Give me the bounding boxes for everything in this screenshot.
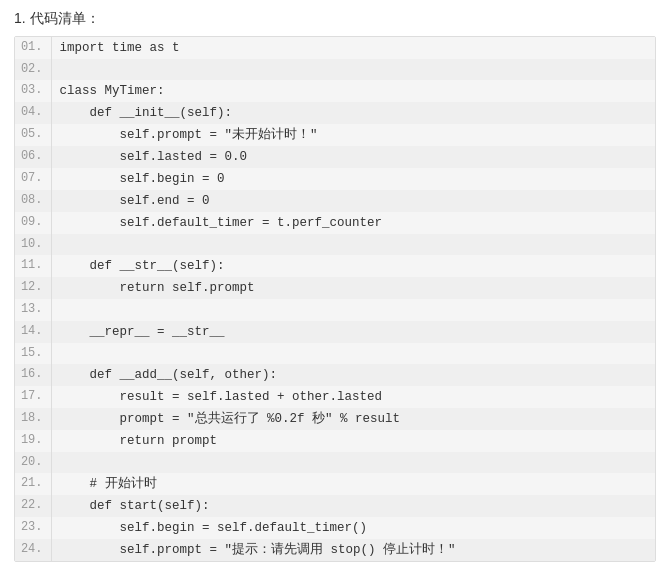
line-code: def start(self): — [51, 495, 655, 517]
line-code: self.prompt = "未开始计时！" — [51, 124, 655, 146]
line-code — [51, 299, 655, 320]
line-number: 23. — [15, 517, 51, 539]
line-number: 21. — [15, 473, 51, 495]
table-row: 10. — [15, 234, 655, 255]
line-number: 04. — [15, 102, 51, 124]
line-number: 13. — [15, 299, 51, 320]
line-number: 01. — [15, 37, 51, 59]
table-row: 09. self.default_timer = t.perf_counter — [15, 212, 655, 234]
line-code: self.begin = self.default_timer() — [51, 517, 655, 539]
line-code: def __init__(self): — [51, 102, 655, 124]
line-code: result = self.lasted + other.lasted — [51, 386, 655, 408]
line-code: class MyTimer: — [51, 80, 655, 102]
table-row: 20. — [15, 452, 655, 473]
table-row: 13. — [15, 299, 655, 320]
table-row: 01.import time as t — [15, 37, 655, 59]
line-number: 03. — [15, 80, 51, 102]
line-code: self.end = 0 — [51, 190, 655, 212]
line-code — [51, 452, 655, 473]
line-number: 09. — [15, 212, 51, 234]
line-code: return self.prompt — [51, 277, 655, 299]
table-row: 23. self.begin = self.default_timer() — [15, 517, 655, 539]
line-code: self.lasted = 0.0 — [51, 146, 655, 168]
table-row: 03.class MyTimer: — [15, 80, 655, 102]
line-code — [51, 234, 655, 255]
line-code: import time as t — [51, 37, 655, 59]
line-number: 17. — [15, 386, 51, 408]
table-row: 11. def __str__(self): — [15, 255, 655, 277]
code-container: 01.import time as t02.03.class MyTimer:0… — [14, 36, 656, 562]
table-row: 16. def __add__(self, other): — [15, 364, 655, 386]
line-code: def __add__(self, other): — [51, 364, 655, 386]
table-row: 02. — [15, 59, 655, 80]
table-row: 18. prompt = "总共运行了 %0.2f 秒" % result — [15, 408, 655, 430]
code-table: 01.import time as t02.03.class MyTimer:0… — [15, 37, 655, 561]
line-code: def __str__(self): — [51, 255, 655, 277]
line-number: 02. — [15, 59, 51, 80]
line-number: 05. — [15, 124, 51, 146]
line-code: return prompt — [51, 430, 655, 452]
line-code: self.prompt = "提示：请先调用 stop() 停止计时！" — [51, 539, 655, 561]
page-title: 1. 代码清单： — [0, 0, 670, 36]
table-row: 19. return prompt — [15, 430, 655, 452]
line-number: 07. — [15, 168, 51, 190]
line-number: 18. — [15, 408, 51, 430]
line-number: 12. — [15, 277, 51, 299]
line-code — [51, 59, 655, 80]
line-number: 20. — [15, 452, 51, 473]
line-number: 11. — [15, 255, 51, 277]
line-number: 08. — [15, 190, 51, 212]
line-number: 15. — [15, 343, 51, 364]
line-code — [51, 343, 655, 364]
table-row: 05. self.prompt = "未开始计时！" — [15, 124, 655, 146]
line-code: self.default_timer = t.perf_counter — [51, 212, 655, 234]
line-code: self.begin = 0 — [51, 168, 655, 190]
line-code: __repr__ = __str__ — [51, 321, 655, 343]
line-number: 06. — [15, 146, 51, 168]
table-row: 22. def start(self): — [15, 495, 655, 517]
table-row: 06. self.lasted = 0.0 — [15, 146, 655, 168]
table-row: 08. self.end = 0 — [15, 190, 655, 212]
line-number: 19. — [15, 430, 51, 452]
line-code: # 开始计时 — [51, 473, 655, 495]
line-code: prompt = "总共运行了 %0.2f 秒" % result — [51, 408, 655, 430]
table-row: 21. # 开始计时 — [15, 473, 655, 495]
table-row: 15. — [15, 343, 655, 364]
table-row: 14. __repr__ = __str__ — [15, 321, 655, 343]
line-number: 16. — [15, 364, 51, 386]
table-row: 12. return self.prompt — [15, 277, 655, 299]
table-row: 17. result = self.lasted + other.lasted — [15, 386, 655, 408]
table-row: 07. self.begin = 0 — [15, 168, 655, 190]
line-number: 14. — [15, 321, 51, 343]
line-number: 22. — [15, 495, 51, 517]
line-number: 24. — [15, 539, 51, 561]
table-row: 24. self.prompt = "提示：请先调用 stop() 停止计时！" — [15, 539, 655, 561]
table-row: 04. def __init__(self): — [15, 102, 655, 124]
line-number: 10. — [15, 234, 51, 255]
